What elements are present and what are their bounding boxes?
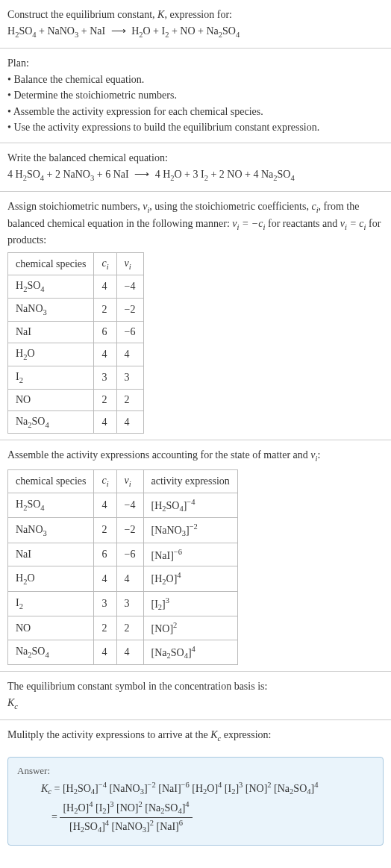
answer-expression: Kc = [H2SO4]−4 [NaNO3]−2 [NaI]−6 [H2O]4 … <box>17 780 374 836</box>
cell-species: H2SO4 <box>8 493 94 517</box>
table-row: NaNO32−2[NaNO3]−2 <box>8 518 238 543</box>
cell-ci: 6 <box>94 322 116 343</box>
cell-activity: [Na2SO4]4 <box>143 640 237 664</box>
plan-item: • Balance the chemical equation. <box>7 72 384 87</box>
unbalanced-equation: H2SO4 + NaNO3 + NaI ⟶ H2O + I2 + NO + Na… <box>7 24 384 40</box>
cell-vi: 4 <box>116 640 143 664</box>
col-vi: νi <box>116 252 143 275</box>
cell-activity: [NaNO3]−2 <box>143 518 237 543</box>
cell-activity: [NO]2 <box>143 616 237 640</box>
table-row: H2O44[H2O]4 <box>8 566 238 591</box>
answer-line2: = [H2O]4 [I2]3 [NO]2 [Na2SO4]4[H2SO4]4 [… <box>41 799 374 836</box>
cell-vi: 2 <box>116 389 143 410</box>
cell-species: NaNO3 <box>8 518 94 543</box>
col-ci: ci <box>94 252 116 275</box>
cell-species: Na2SO4 <box>8 640 94 664</box>
table-row: NO22[NO]2 <box>8 616 238 640</box>
kc-inline: Kc <box>210 729 221 740</box>
cell-species: NO <box>8 389 94 410</box>
table-row: H2SO44−4 <box>8 275 144 299</box>
balanced-heading: Write the balanced chemical equation: <box>7 151 384 166</box>
cell-ci: 2 <box>94 389 116 410</box>
cell-vi: 4 <box>116 566 143 591</box>
cell-ci: 3 <box>94 366 116 389</box>
col-activity: activity expression <box>143 469 237 493</box>
cell-species: NO <box>8 616 94 640</box>
cell-species: I2 <box>8 366 94 389</box>
stoich-text: Assign stoichiometric numbers, νi, using… <box>7 199 384 248</box>
table-row: NO22 <box>8 389 144 410</box>
prompt-suffix: , expression for: <box>164 9 232 20</box>
nu-i: νi <box>143 201 149 212</box>
table-row: NaI6−6 <box>8 322 144 343</box>
cell-vi: 2 <box>116 616 143 640</box>
cell-species: H2O <box>8 343 94 366</box>
plan-item: • Determine the stoichiometric numbers. <box>7 88 384 103</box>
plan-section: Plan: • Balance the chemical equation.• … <box>0 49 391 143</box>
balanced-section: Write the balanced chemical equation: 4 … <box>0 143 391 192</box>
cell-ci: 4 <box>94 275 116 299</box>
cell-ci: 4 <box>94 640 116 664</box>
table-row: I233[I2]3 <box>8 591 238 616</box>
multiply-section: Mulitply the activity expressions to arr… <box>0 720 391 752</box>
cell-vi: −4 <box>116 275 143 299</box>
cell-species: H2O <box>8 566 94 591</box>
kc-symbol: Kc <box>7 696 384 712</box>
kc-symbol-text: The equilibrium constant symbol in the c… <box>7 679 384 694</box>
table-row: NaI6−6[NaI]−6 <box>8 543 238 566</box>
table-row: NaNO32−2 <box>8 299 144 322</box>
stoich-section: Assign stoichiometric numbers, νi, using… <box>0 192 391 440</box>
cell-ci: 6 <box>94 543 116 566</box>
prompt-section: Construct the equilibrium constant, K, e… <box>0 0 391 49</box>
rel-products: νi = ci <box>340 218 366 229</box>
plan-item: • Assemble the activity expression for e… <box>7 104 384 119</box>
cell-vi: −6 <box>116 322 143 343</box>
cell-species: NaI <box>8 322 94 343</box>
c-i: ci <box>311 201 318 212</box>
rel-reactants: νi = −ci <box>232 218 265 229</box>
cell-ci: 2 <box>94 518 116 543</box>
activity-section: Assemble the activity expressions accoun… <box>0 440 391 672</box>
activity-table: chemical speciesciνiactivity expressionH… <box>7 469 238 665</box>
cell-vi: 3 <box>116 366 143 389</box>
table-row: H2SO44−4[H2SO4]−4 <box>8 493 238 517</box>
table-row: H2O44 <box>8 343 144 366</box>
plan-heading: Plan: <box>7 56 384 71</box>
answer-box: Answer: Kc = [H2SO4]−4 [NaNO3]−2 [NaI]−6… <box>7 757 384 846</box>
cell-ci: 4 <box>94 343 116 366</box>
col-ci: ci <box>94 469 116 493</box>
col-species: chemical species <box>8 469 94 493</box>
balanced-equation: 4 H2SO4 + 2 NaNO3 + 6 NaI ⟶ 4 H2O + 3 I2… <box>7 167 384 184</box>
table-row: Na2SO444 <box>8 410 144 434</box>
plan-item: • Use the activity expressions to build … <box>7 120 384 135</box>
cell-ci: 2 <box>94 299 116 322</box>
cell-ci: 4 <box>94 410 116 434</box>
cell-species: NaNO3 <box>8 299 94 322</box>
col-vi: νi <box>116 469 143 493</box>
prompt-K: K <box>157 9 164 20</box>
cell-species: NaI <box>8 543 94 566</box>
prompt-prefix: Construct the equilibrium constant, <box>7 9 157 20</box>
kc-symbol-section: The equilibrium constant symbol in the c… <box>0 672 391 720</box>
cell-vi: 4 <box>116 410 143 434</box>
cell-activity: [I2]3 <box>143 591 237 616</box>
cell-vi: −6 <box>116 543 143 566</box>
cell-vi: −2 <box>116 518 143 543</box>
stoich-table: chemical speciesciνiH2SO44−4NaNO32−2NaI6… <box>7 252 144 434</box>
cell-activity: [H2SO4]−4 <box>143 493 237 517</box>
cell-species: H2SO4 <box>8 275 94 299</box>
cell-vi: −2 <box>116 299 143 322</box>
cell-vi: 4 <box>116 343 143 366</box>
cell-vi: −4 <box>116 493 143 517</box>
cell-activity: [NaI]−6 <box>143 543 237 566</box>
cell-species: I2 <box>8 591 94 616</box>
cell-vi: 3 <box>116 591 143 616</box>
multiply-text: Mulitply the activity expressions to arr… <box>7 728 384 744</box>
cell-ci: 3 <box>94 591 116 616</box>
answer-line1: Kc = [H2SO4]−4 [NaNO3]−2 [NaI]−6 [H2O]4 … <box>41 780 374 798</box>
cell-ci: 4 <box>94 493 116 517</box>
table-row: Na2SO444[Na2SO4]4 <box>8 640 238 664</box>
cell-activity: [H2O]4 <box>143 566 237 591</box>
cell-ci: 2 <box>94 616 116 640</box>
cell-ci: 4 <box>94 566 116 591</box>
